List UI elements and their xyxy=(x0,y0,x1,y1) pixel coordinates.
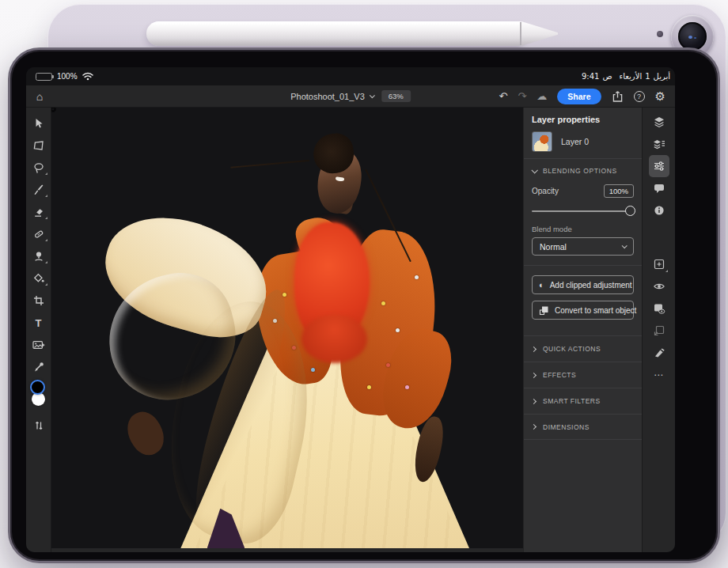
cloud-sync-icon[interactable]: ☁ xyxy=(537,91,547,101)
blend-mode-dropdown[interactable]: Normal xyxy=(532,237,634,256)
camera-glint xyxy=(688,36,692,39)
convert-smart-label: Convert to smart object xyxy=(555,306,636,315)
add-clipped-adjustment-button[interactable]: ◐ Add clipped adjustment xyxy=(532,275,634,294)
crop-tool-icon[interactable] xyxy=(28,290,49,312)
transform-tool-icon[interactable] xyxy=(28,134,49,157)
jacket-pin xyxy=(311,368,315,372)
status-month: أبريل xyxy=(654,72,670,81)
blending-options-label: BLENDING OPTIONS xyxy=(543,167,617,175)
help-icon[interactable]: ? xyxy=(634,91,645,102)
brush-tool-icon[interactable] xyxy=(28,179,49,201)
tool-bar: T xyxy=(26,108,51,552)
info-panel-icon[interactable] xyxy=(649,199,669,222)
settings-gear-icon[interactable]: ⚙ xyxy=(655,89,665,104)
pencil-tip xyxy=(521,21,558,46)
app-main: T xyxy=(26,108,675,552)
slider-handle[interactable] xyxy=(625,206,635,216)
status-time: 9:41 xyxy=(582,72,599,81)
layers-panel-icon[interactable] xyxy=(649,111,669,133)
move-tool-icon[interactable] xyxy=(28,112,49,134)
foreground-color-swatch[interactable] xyxy=(30,380,45,395)
opacity-slider[interactable] xyxy=(532,206,634,217)
canvas-bottom-strip xyxy=(51,548,523,552)
home-icon[interactable]: ⌂ xyxy=(26,90,53,103)
layer-name: Layer 0 xyxy=(561,137,589,146)
section-label: EFFECTS xyxy=(543,371,576,379)
blend-mode-value: Normal xyxy=(540,242,567,252)
hair-bead xyxy=(51,108,55,111)
zoom-level-badge[interactable]: 63% xyxy=(381,90,411,102)
section-effects[interactable]: EFFECTS xyxy=(524,362,642,388)
chevron-right-icon xyxy=(531,424,537,430)
smart-object-icon xyxy=(539,305,549,316)
convert-smart-object-button[interactable]: Convert to smart object xyxy=(532,301,634,320)
opacity-value-field[interactable]: 100% xyxy=(604,184,634,198)
type-tool-icon[interactable]: T xyxy=(28,312,49,334)
chevron-down-icon xyxy=(622,243,628,248)
place-photo-tool-icon[interactable] xyxy=(28,334,49,356)
add-layer-icon[interactable] xyxy=(649,253,669,275)
panel-header: Layer properties xyxy=(524,108,642,129)
comments-panel-icon[interactable] xyxy=(649,177,669,199)
undo-icon[interactable]: ↶ xyxy=(499,91,508,101)
screen: 100% 9:41 ص الأربعاء 1 أبريل ⌂ xyxy=(26,67,675,552)
document-title[interactable]: Photoshoot_01_V3 xyxy=(290,92,373,101)
healing-tool-icon[interactable] xyxy=(28,223,49,245)
chevron-down-icon xyxy=(531,167,537,173)
camera-lens xyxy=(678,22,707,51)
status-left: 100% xyxy=(36,72,93,81)
blending-options-header[interactable]: BLENDING OPTIONS xyxy=(524,159,642,181)
adjustment-layers-icon[interactable] xyxy=(649,133,669,155)
status-clock: 9:41 ص الأربعاء 1 أبريل xyxy=(582,72,670,81)
redo-icon[interactable]: ↷ xyxy=(518,91,526,101)
canvas-photo[interactable] xyxy=(51,108,523,548)
export-icon[interactable] xyxy=(612,90,624,103)
clone-stamp-tool-icon[interactable] xyxy=(28,245,49,267)
layer-visibility-icon[interactable] xyxy=(649,297,669,320)
color-swatches[interactable] xyxy=(28,381,49,408)
opacity-label: Opacity xyxy=(532,187,559,195)
mic-dot xyxy=(657,31,663,37)
chevron-down-icon xyxy=(369,93,374,98)
lasso-tool-icon[interactable] xyxy=(28,157,49,179)
layer-properties-panel: Layer properties Layer 0 BLENDING OPTION… xyxy=(523,108,642,552)
top-bar-actions: ↶ ↷ ☁ Share ? ⚙ xyxy=(499,89,665,104)
status-weekday: الأربعاء xyxy=(620,72,643,81)
more-glyph: ⋯ xyxy=(654,369,664,381)
eraser-tool-icon[interactable] xyxy=(28,201,49,223)
add-clipped-label: Add clipped adjustment xyxy=(550,281,632,290)
battery-icon xyxy=(36,73,52,81)
more-options-icon[interactable]: ⋯ xyxy=(649,364,669,386)
chevron-right-icon xyxy=(531,346,537,351)
layer-properties-panel-icon[interactable] xyxy=(649,155,669,177)
section-label: QUICK ACTIONS xyxy=(543,345,601,353)
apple-pencil xyxy=(146,21,558,46)
section-quick-actions[interactable]: QUICK ACTIONS xyxy=(524,335,642,362)
send-backward-icon[interactable] xyxy=(649,320,669,342)
photo-braid xyxy=(230,160,309,169)
cleanup-brush-icon[interactable] xyxy=(649,342,669,364)
blend-mode-label: Blend mode xyxy=(524,222,642,237)
jacket-pin xyxy=(405,385,409,389)
jacket-pin xyxy=(396,328,400,332)
share-button[interactable]: Share xyxy=(557,89,601,104)
section-dimensions[interactable]: DIMENSIONS xyxy=(524,414,642,440)
chevron-right-icon xyxy=(531,372,537,377)
status-day: 1 xyxy=(645,72,650,81)
section-smart-filters[interactable]: SMART FILTERS xyxy=(524,388,642,414)
chevron-right-icon xyxy=(531,398,537,403)
section-label: DIMENSIONS xyxy=(543,423,590,431)
document-title-text: Photoshoot_01_V3 xyxy=(290,92,365,101)
photo-left-hand xyxy=(121,407,171,461)
visibility-eye-icon[interactable] xyxy=(649,275,669,297)
layer-row[interactable]: Layer 0 xyxy=(524,129,642,158)
status-day-period: ص xyxy=(602,72,612,81)
canvas-area xyxy=(51,108,523,552)
fill-tool-icon[interactable] xyxy=(28,267,49,290)
section-label: SMART FILTERS xyxy=(543,397,601,405)
compare-tool-icon[interactable] xyxy=(28,415,49,437)
slider-track[interactable] xyxy=(532,210,634,212)
layer-thumbnail[interactable] xyxy=(532,131,552,152)
panel-dock: ⋯ xyxy=(642,108,675,552)
eyedropper-tool-icon[interactable] xyxy=(28,356,49,378)
